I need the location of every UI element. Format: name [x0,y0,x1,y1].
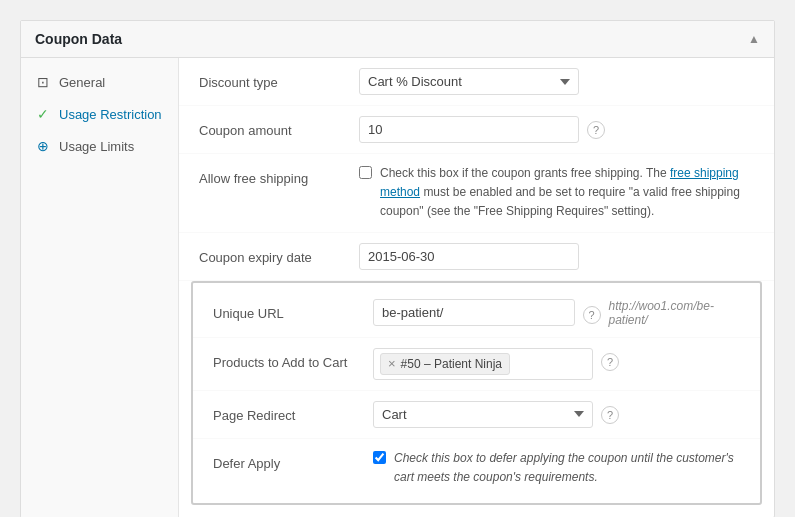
tag-remove-icon[interactable]: × [388,357,396,370]
check-icon: ✓ [35,106,51,122]
plus-circle-icon: ⊕ [35,138,51,154]
sidebar-item-label-usage-limits: Usage Limits [59,139,134,154]
expiry-date-label: Coupon expiry date [199,243,359,267]
discount-type-row: Discount type Cart % Discount [179,58,774,106]
product-tag-label: #50 – Patient Ninja [401,357,502,371]
sidebar-item-label-general: General [59,75,105,90]
products-to-add-field: × #50 – Patient Ninja ? [373,348,740,380]
unique-url-wrap: ? http://woo1.com/be-patient/ [373,299,740,327]
main-content: Discount type Cart % Discount Coupon amo… [179,58,774,517]
sidebar-item-general[interactable]: ⊡ General [21,66,178,98]
expiry-date-input[interactable] [359,243,579,270]
products-input-wrap[interactable]: × #50 – Patient Ninja [373,348,593,380]
sidebar-item-usage-limits[interactable]: ⊕ Usage Limits [21,130,178,162]
unique-url-help-icon[interactable]: ? [583,306,601,324]
page-redirect-help-icon[interactable]: ? [601,406,619,424]
free-shipping-field: Check this box if the coupon grants free… [359,164,754,222]
cart-discount-section: Unique URL ? http://woo1.com/be-patient/… [191,281,762,505]
free-shipping-label: Allow free shipping [199,164,359,188]
expiry-date-field [359,243,754,270]
sidebar-item-usage-restriction[interactable]: ✓ Usage Restriction [21,98,178,130]
url-hint: http://woo1.com/be-patient/ [609,299,741,327]
free-shipping-checkbox-row: Check this box if the coupon grants free… [359,164,754,222]
unique-url-field: ? http://woo1.com/be-patient/ [373,299,740,327]
defer-apply-checkbox[interactable] [373,451,386,464]
defer-apply-description: Check this box to defer applying the cou… [394,449,740,487]
unique-url-input[interactable] [373,299,575,326]
panel-header: Coupon Data ▲ [21,21,774,58]
collapse-icon[interactable]: ▲ [748,32,760,46]
unique-url-row: Unique URL ? http://woo1.com/be-patient/ [193,289,760,338]
coupon-data-panel: Coupon Data ▲ ⊡ General ✓ Usage Restrict… [20,20,775,517]
coupon-amount-label: Coupon amount [199,116,359,140]
general-icon: ⊡ [35,74,51,90]
products-to-add-label: Products to Add to Cart [213,348,373,372]
unique-url-label: Unique URL [213,299,373,323]
products-to-add-row: Products to Add to Cart × #50 – Patient … [193,338,760,391]
sidebar-item-label-usage-restriction: Usage Restriction [59,107,162,122]
free-shipping-description: Check this box if the coupon grants free… [380,164,754,222]
panel-body: ⊡ General ✓ Usage Restriction ⊕ Usage Li… [21,58,774,517]
discount-type-label: Discount type [199,68,359,92]
expiry-date-row: Coupon expiry date [179,233,774,281]
page-redirect-select[interactable]: Cart Checkout Home [373,401,593,428]
panel-title: Coupon Data [35,31,122,47]
free-shipping-checkbox[interactable] [359,166,372,179]
defer-apply-row: Defer Apply Check this box to defer appl… [193,439,760,497]
page-redirect-row: Page Redirect Cart Checkout Home ? [193,391,760,439]
product-tag: × #50 – Patient Ninja [380,353,510,375]
sidebar: ⊡ General ✓ Usage Restriction ⊕ Usage Li… [21,58,179,517]
defer-apply-label: Defer Apply [213,449,373,473]
page-redirect-label: Page Redirect [213,401,373,425]
products-help-icon[interactable]: ? [601,353,619,371]
free-shipping-row: Allow free shipping Check this box if th… [179,154,774,233]
coupon-amount-help-icon[interactable]: ? [587,121,605,139]
defer-apply-checkbox-row: Check this box to defer applying the cou… [373,449,740,487]
page-redirect-field: Cart Checkout Home ? [373,401,740,428]
coupon-amount-input[interactable] [359,116,579,143]
discount-type-field: Cart % Discount [359,68,754,95]
coupon-amount-field: ? [359,116,754,143]
defer-apply-field: Check this box to defer applying the cou… [373,449,740,487]
discount-type-select[interactable]: Cart % Discount [359,68,579,95]
coupon-amount-row: Coupon amount ? [179,106,774,154]
